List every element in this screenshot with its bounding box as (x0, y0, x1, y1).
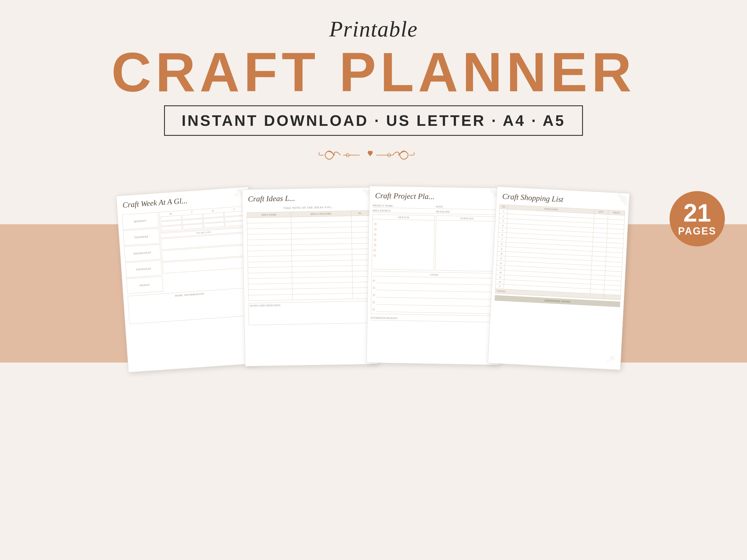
day-tuesday: TUESDAY (123, 228, 160, 246)
document-page-3: Craft Project Pla... PROJECT NAME: DATE:… (366, 186, 502, 365)
diamond-icon: ◇ (374, 238, 433, 243)
printable-label: Printable (329, 17, 418, 42)
decorative-divider (318, 144, 429, 166)
day-wednesday: WEDNESDAY (124, 244, 161, 262)
header-section: Printable CRAFT PLANNER INSTANT DOWNLOAD… (0, 0, 747, 186)
badge-number: 21 (684, 201, 711, 225)
step-row: ◇ (372, 292, 495, 300)
steps-section: STEPS ◇ ◇ ◇ (371, 271, 497, 316)
grid-cell (161, 225, 182, 231)
floral-corner-icon-4 (600, 192, 629, 221)
page4-content: NO ITEM NAME QTY PRICE 1 2 3 4 5 (490, 203, 628, 326)
diamond-icon: ◇ (374, 243, 433, 248)
diamond-icon: ◇ (374, 222, 433, 227)
subtitle-text: INSTANT DOWNLOAD · US LETTER · A4 · A5 (181, 112, 565, 129)
step-icon: ◇ (373, 278, 375, 283)
svg-point-16 (610, 355, 615, 361)
budget-field: ESTIMATED BUDGET: (371, 316, 496, 322)
sketch-content: ◇ ◇ ◇ ◇ ◇ ◇ ◇ (372, 219, 434, 270)
svg-point-6 (234, 193, 238, 197)
pages-badge: 21 PAGES (670, 191, 725, 246)
floral-bottom-icon (595, 341, 619, 364)
main-container: Printable CRAFT PLANNER INSTANT DOWNLOAD… (0, 0, 747, 560)
idea-source-field: IDEA SOURCE: (373, 209, 435, 214)
step-icon: ◇ (373, 293, 375, 297)
step-icon: ◇ (372, 307, 375, 311)
divider-section (318, 144, 429, 166)
step-row: ◇ (372, 299, 495, 308)
notes-content (250, 305, 371, 324)
notes-section: NOTES AND THOUGHTS: (249, 301, 373, 325)
day-thursday: THURSDAY (125, 260, 162, 278)
badge-label: PAGES (678, 225, 716, 237)
main-title: CRAFT PLANNER (111, 45, 636, 100)
supplies-section: SUPPLIES (435, 215, 498, 272)
day-friday: FRIDAY (126, 276, 163, 294)
diamond-icon: ◇ (374, 232, 433, 238)
diamond-icon: ◇ (374, 253, 433, 259)
document-page-1: Craft Week At A Gl... MONDAY TUESDAY WED… (116, 187, 261, 373)
step-icon: ◇ (373, 286, 375, 290)
page3-content: PROJECT NAME: DATE: IDEA SOURCE: DEADLIN… (367, 202, 501, 324)
sketch-section: SKETCH ◇ ◇ ◇ ◇ ◇ ◇ ◇ (371, 214, 435, 270)
col-no: NO (500, 204, 508, 209)
documents-container: Craft Week At A Gl... MONDAY TUESDAY WED… (0, 186, 747, 363)
supplies-content (435, 220, 498, 271)
diamond-icon: ◇ (374, 227, 433, 232)
day-monday: MONDAY (122, 212, 159, 230)
project-name-field: PROJECT NAME: (373, 204, 435, 209)
document-page-4: Craft Shopping List NO ITEM NAME QTY PRI… (488, 186, 630, 370)
page1-content: MONDAY TUESDAY WEDNESDAY THURSDAY FRIDAY… (118, 203, 258, 327)
document-page-2: Craft Ideas L... TAKE NOTE OF THE IDEAS … (242, 187, 378, 367)
ideas-table: IDEA NAME IDEA CATEGORY IN... (247, 210, 372, 301)
grid-cell (203, 222, 224, 228)
grid-cell (182, 224, 203, 230)
more-info-section: MORE INFORMATION (128, 287, 253, 324)
svg-point-17 (606, 359, 610, 363)
diamond-icon: ◇ (374, 248, 433, 253)
step-row: ◇ (372, 306, 495, 315)
step-row: ◇ (373, 285, 495, 293)
page2-content: TAKE NOTE OF THE IDEAS YOU... IDEA NAME … (242, 204, 377, 327)
pages-section: 21 PAGES Craft Week At A Gl... (0, 186, 747, 363)
subtitle-box: INSTANT DOWNLOAD · US LETTER · A4 · A5 (164, 105, 583, 136)
step-icon: ◇ (372, 300, 375, 304)
step-row: ◇ (373, 277, 495, 286)
